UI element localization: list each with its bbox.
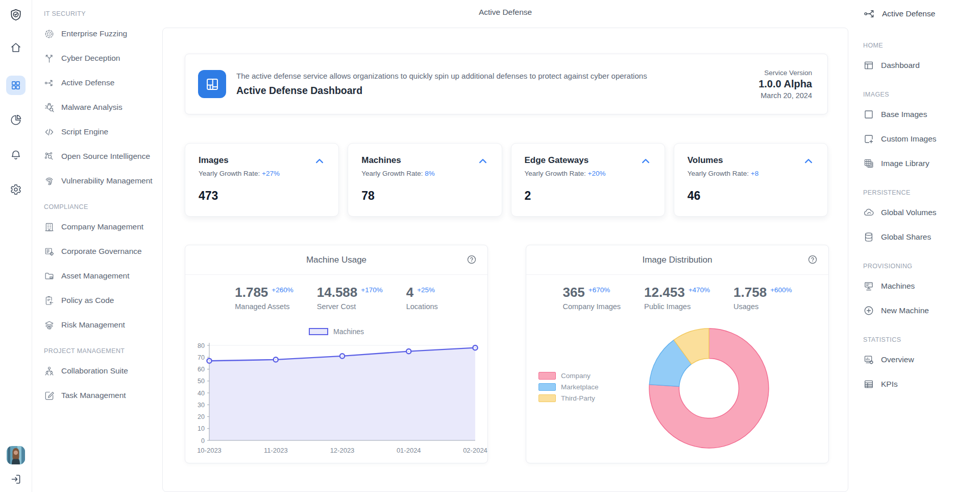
collapse-chevron-icon[interactable] xyxy=(313,156,326,167)
rightnav-item-global-volumes[interactable]: Global Volumes xyxy=(863,200,980,225)
app-logo-icon xyxy=(9,8,22,21)
stat-card-edge-gateways: Edge GatewaysYearly Growth Rate: +20%2 xyxy=(511,143,665,217)
service-banner: The active defense service allows organi… xyxy=(185,54,828,114)
rightnav-item-dashboard[interactable]: Dashboard xyxy=(863,53,980,78)
sidebar-item-label: Collaboration Suite xyxy=(61,366,128,376)
stat-card-growth-value: +20% xyxy=(588,170,606,177)
chart-stat-delta: +25% xyxy=(417,287,435,294)
svg-text:50: 50 xyxy=(198,378,205,385)
stat-card-value: 473 xyxy=(199,189,325,203)
machines-legend[interactable]: Machines xyxy=(185,327,487,336)
sidebar-item-script-engine[interactable]: Script Engine xyxy=(44,120,162,144)
machines-legend-swatch xyxy=(309,328,328,335)
sidebar-item-label: Task Management xyxy=(61,391,126,400)
sidebar-item-corporate-governance[interactable]: Corporate Governance xyxy=(44,239,162,264)
active-defense-icon xyxy=(863,7,876,20)
rightnav-item-kpis[interactable]: KPIs xyxy=(863,372,980,396)
chart-stat-public-images: 12.453+470%Public Images xyxy=(644,285,710,311)
chart-stat-value: 12.453+470% xyxy=(644,285,710,300)
settings-gear-icon[interactable] xyxy=(9,183,22,196)
user-avatar[interactable] xyxy=(7,446,25,464)
chart-stat-delta: +600% xyxy=(770,287,792,294)
circle-plus-icon xyxy=(863,305,874,316)
rightnav-item-machines[interactable]: Machines xyxy=(863,274,980,298)
chart-stat-label: Managed Assets xyxy=(235,302,293,311)
stat-card-machines: MachinesYearly Growth Rate: 8%78 xyxy=(348,143,502,217)
collapse-chevron-icon[interactable] xyxy=(640,156,652,167)
pie-chart-icon[interactable] xyxy=(9,113,22,127)
sidebar-item-open-source-intelligence[interactable]: Open Source Intelligence xyxy=(44,144,162,169)
machines-legend-label: Machines xyxy=(333,327,364,336)
sidebar-item-enterprise-fuzzing[interactable]: Enterprise Fuzzing xyxy=(44,21,162,46)
collapse-chevron-icon[interactable] xyxy=(802,156,815,167)
layout-dashboard-icon xyxy=(863,60,874,71)
sidebar-item-policy-as-code[interactable]: Policy as Code xyxy=(44,288,162,313)
svg-text:02-2024: 02-2024 xyxy=(463,447,487,454)
database-icon xyxy=(863,231,874,243)
flow-split-icon xyxy=(44,78,55,88)
chart-doc-icon xyxy=(863,354,874,365)
donut-legend: CompanyMarketplaceThird-Party xyxy=(538,370,599,404)
layers-eye-icon xyxy=(44,320,55,331)
stat-card-value: 46 xyxy=(688,189,814,203)
sidebar-item-collaboration-suite[interactable]: Collaboration Suite xyxy=(44,359,162,383)
chart-stat-value: 14.588+170% xyxy=(317,285,383,300)
sidebar-item-label: Active Defense xyxy=(61,78,114,87)
svg-text:12-2023: 12-2023 xyxy=(330,447,355,454)
machine-usage-header: Machine Usage xyxy=(185,245,487,275)
clipboard-arrow-icon xyxy=(44,295,55,306)
sidebar-item-cyber-deception[interactable]: Cyber Deception xyxy=(44,46,162,71)
page-title: Active Defense xyxy=(162,0,848,25)
sidebar-item-active-defense[interactable]: Active Defense xyxy=(44,71,162,95)
sidebar-item-risk-management[interactable]: Risk Management xyxy=(44,313,162,337)
rightnav-item-overview[interactable]: Overview xyxy=(863,347,980,372)
chart-stat-locations: 4+25%Locations xyxy=(406,285,438,311)
sidebar-item-task-management[interactable]: Task Management xyxy=(44,383,162,408)
rightnav-item-global-shares[interactable]: Global Shares xyxy=(863,225,980,249)
svg-text:80: 80 xyxy=(198,342,205,349)
network-scan-icon xyxy=(44,151,55,162)
stat-card-title: Images xyxy=(199,155,325,166)
stat-card-growth: Yearly Growth Rate: +20% xyxy=(525,170,651,177)
section-label: STATISTICS xyxy=(863,332,980,347)
machine-usage-card: Machine Usage 1.785+260%Managed Assets14… xyxy=(185,245,488,463)
chart-stat-usages: 1.758+600%Usages xyxy=(733,285,792,311)
legend-item-third-party[interactable]: Third-Party xyxy=(538,392,599,404)
section-label: PROJECT MANAGEMENT xyxy=(44,343,162,359)
rightnav-item-image-library[interactable]: Image Library xyxy=(863,151,980,176)
rightnav-item-new-machine[interactable]: New Machine xyxy=(863,298,980,323)
rightnav-item-custom-images[interactable]: Custom Images xyxy=(863,127,980,151)
section-label: IMAGES xyxy=(863,87,980,102)
apps-grid-icon[interactable] xyxy=(6,76,26,95)
help-icon[interactable] xyxy=(807,254,818,265)
section-label: HOME xyxy=(863,38,980,53)
left-sidebar: IT SECURITYEnterprise FuzzingCyber Decep… xyxy=(32,0,162,408)
notifications-bell-icon[interactable] xyxy=(9,148,22,161)
sidebar-item-label: Risk Management xyxy=(61,320,125,330)
stat-card-growth: Yearly Growth Rate: +8 xyxy=(688,170,814,177)
sidebar-item-malware-analysis[interactable]: Malware Analysis xyxy=(44,95,162,120)
edit-square-icon xyxy=(44,390,55,401)
chart-stat-value: 4+25% xyxy=(406,285,438,300)
svg-text:0: 0 xyxy=(201,437,205,444)
sidebar-item-label: Malware Analysis xyxy=(61,103,122,112)
service-version-value: 1.0.0 Alpha xyxy=(758,78,812,90)
legend-label: Marketplace xyxy=(561,383,599,391)
stat-card-growth-value: 8% xyxy=(425,170,435,177)
legend-item-marketplace[interactable]: Marketplace xyxy=(538,381,599,392)
chart-stat-company-images: 365+670%Company Images xyxy=(562,285,621,311)
legend-item-company[interactable]: Company xyxy=(538,370,599,381)
sidebar-item-company-management[interactable]: Company Management xyxy=(44,215,162,239)
image-distribution-donut xyxy=(648,327,770,450)
sidebar-item-vulnerability-management[interactable]: Vulnerability Management xyxy=(44,169,162,193)
sidebar-item-label: Enterprise Fuzzing xyxy=(61,29,127,38)
machines-line-chart: 0102030405060708010-202311-202312-202301… xyxy=(185,339,488,458)
collapse-chevron-icon[interactable] xyxy=(477,156,489,167)
stat-card-growth-value: +8 xyxy=(751,170,758,177)
rightnav-item-base-images[interactable]: Base Images xyxy=(863,102,980,127)
sidebar-item-asset-management[interactable]: Asset Management xyxy=(44,264,162,288)
help-icon[interactable] xyxy=(467,254,477,265)
home-icon[interactable] xyxy=(9,41,22,54)
logout-icon[interactable] xyxy=(9,473,22,486)
chart-stat-delta: +670% xyxy=(589,287,610,294)
